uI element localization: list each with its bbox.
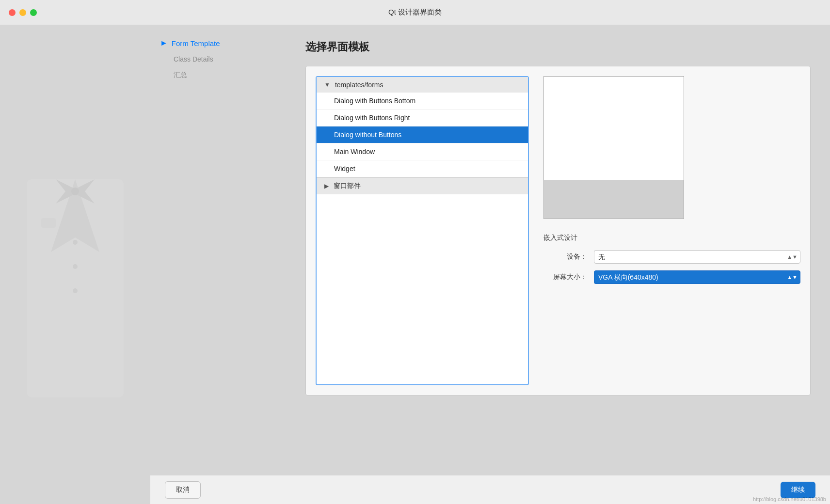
screen-size-select[interactable]: VGA 横向(640x480) — [594, 270, 800, 284]
list-group-window-components[interactable]: ▶ 窗口部件 — [317, 178, 528, 194]
titlebar: Qt 设计器界面类 — [0, 0, 830, 25]
right-panel: 嵌入式设计 设备： 无 ▲▼ 屏幕大小： VGA 横向(640x480) — [543, 76, 800, 385]
list-item-dialog-without-buttons[interactable]: Dialog without Buttons — [317, 126, 528, 143]
sidebar-item-class-details-label: Class Details — [174, 55, 213, 63]
screen-size-select-wrapper: VGA 横向(640x480) ▲▼ — [594, 270, 800, 284]
main-content: 选择界面模板 ▼ templates/forms Dialog with But… — [286, 25, 830, 504]
device-row: 设备： 无 ▲▼ — [543, 250, 800, 264]
list-group-window-components-label: 窗口部件 — [334, 182, 361, 190]
window-controls — [9, 9, 37, 16]
sidebar-item-form-template[interactable]: ► Form Template — [150, 35, 286, 51]
device-select-wrapper: 无 ▲▼ — [594, 250, 800, 264]
svg-point-4 — [73, 288, 78, 293]
url-watermark: http://blog.csdn.net/u0101398b — [753, 496, 826, 502]
sidebar-item-form-template-label: Form Template — [172, 39, 220, 47]
list-group-templates-forms-header[interactable]: ▼ templates/forms — [317, 77, 528, 93]
sidebar: ► Form Template Class Details 汇总 — [150, 25, 286, 504]
sidebar-item-summary[interactable]: 汇总 — [150, 67, 286, 83]
window-title: Qt 设计器界面类 — [388, 8, 442, 17]
list-item-widget[interactable]: Widget — [317, 160, 528, 177]
close-button[interactable] — [9, 9, 16, 16]
main-panel: ▼ templates/forms Dialog with Buttons Bo… — [305, 66, 811, 395]
screen-size-label: 屏幕大小： — [543, 273, 587, 282]
svg-point-2 — [73, 240, 78, 245]
continue-button[interactable]: 继续 — [781, 482, 815, 498]
cancel-button[interactable]: 取消 — [165, 481, 201, 499]
embedded-title: 嵌入式设计 — [543, 234, 800, 242]
device-select[interactable]: 无 — [594, 250, 800, 264]
bottom-bar: 取消 继续 — [150, 475, 830, 504]
list-group-templates-forms: ▼ templates/forms Dialog with Buttons Bo… — [317, 77, 528, 178]
screen-size-row: 屏幕大小： VGA 横向(640x480) ▲▼ — [543, 270, 800, 284]
list-item-dialog-buttons-right[interactable]: Dialog with Buttons Right — [317, 110, 528, 126]
tuxedo-watermark — [0, 0, 150, 504]
preview-area — [543, 76, 684, 219]
svg-point-1 — [71, 188, 79, 195]
expand-icon: ▶ — [324, 183, 329, 189]
page-title: 选择界面模板 — [305, 40, 811, 54]
template-list: ▼ templates/forms Dialog with Buttons Bo… — [316, 76, 529, 385]
device-label: 设备： — [543, 252, 587, 261]
list-group-templates-forms-label: templates/forms — [335, 81, 383, 89]
svg-rect-5 — [41, 218, 56, 228]
sidebar-item-class-details[interactable]: Class Details — [150, 51, 286, 67]
list-item-dialog-buttons-bottom[interactable]: Dialog with Buttons Bottom — [317, 93, 528, 110]
collapse-icon: ▼ — [324, 81, 330, 88]
sidebar-item-summary-label: 汇总 — [174, 71, 187, 79]
list-item-main-window[interactable]: Main Window — [317, 143, 528, 160]
svg-point-3 — [73, 264, 78, 269]
maximize-button[interactable] — [30, 9, 37, 16]
embedded-section: 嵌入式设计 设备： 无 ▲▼ 屏幕大小： VGA 横向(640x480) — [543, 234, 800, 291]
minimize-button[interactable] — [19, 9, 26, 16]
arrow-right-icon: ► — [160, 39, 168, 47]
preview-inner — [544, 180, 684, 219]
